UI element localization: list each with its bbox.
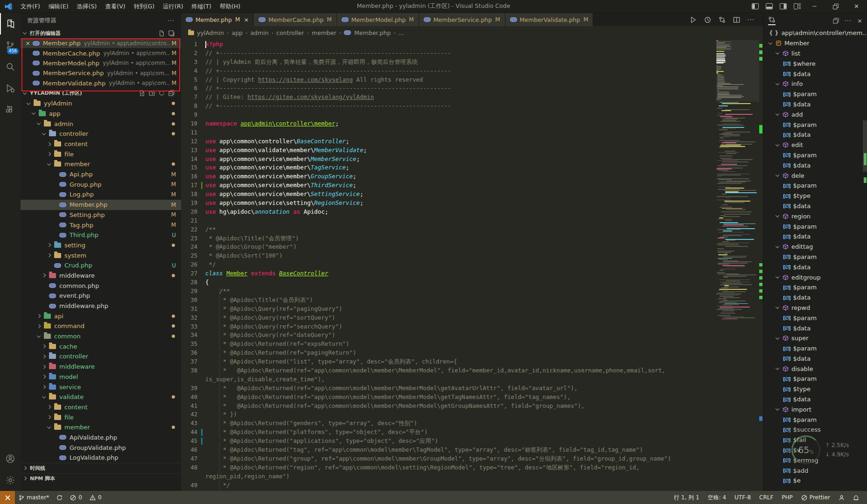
outline-item-$data[interactable]: [∅]$data [763,262,867,272]
outline-item-$data[interactable]: [∅]$data [763,231,867,242]
tree-item-cache[interactable]: cache [21,341,181,351]
outline-item-$param[interactable]: [∅]$param [763,252,867,262]
workspace-header[interactable]: YYLADMIN (工作区) [21,88,181,98]
outline-item-region[interactable]: region [763,211,867,221]
menu-item-F[interactable]: 文件(F) [16,0,44,13]
tree-item-validate[interactable]: validate [21,392,181,402]
restore-button[interactable] [825,0,846,13]
outline-item-$param[interactable]: [∅]$param [763,119,867,130]
outline-item-edit[interactable]: edit [763,140,867,150]
tree-item-Api.php[interactable]: Api.phpM [21,169,181,180]
tab-MemberValidate.php[interactable]: MemberValidate.phpM [505,13,594,26]
outline-item-$param[interactable]: [∅]$param [763,282,867,293]
tree-item-Member.php[interactable]: Member.phpM [21,200,181,210]
status-person[interactable] [834,491,849,504]
search-icon[interactable] [0,56,21,77]
new-untitled-file-icon[interactable] [159,30,165,36]
status-Prettier[interactable]: Prettier [797,491,834,504]
outline-item-$param[interactable]: [∅]$param [763,313,867,323]
account-icon[interactable] [0,448,21,469]
status-UTF8[interactable]: UTF-8 [730,491,755,504]
outline-item-$param[interactable]: [∅]$param [763,89,867,99]
close-tab-icon[interactable]: × [244,16,249,23]
menu-item-R[interactable]: 运行(R) [159,0,187,13]
tree-item-GroupValidate.php[interactable]: GroupValidate.php [21,442,181,453]
tree-item-middleware.php[interactable]: middleware.php [21,301,181,311]
tree-item-controller[interactable]: controller [21,129,181,139]
tree-item-Log.php[interactable]: Log.phpM [21,189,181,200]
outline-item-$data[interactable]: [∅]$data [763,354,867,364]
open-changes-icon[interactable] [719,16,726,23]
outline-item-$param[interactable]: [∅]$param [763,221,867,231]
outline-item-$data[interactable]: [∅]$data [763,99,867,110]
outline-item-editgroup[interactable]: editgroup [763,272,867,282]
tree-item-Tag.php[interactable]: Tag.phpM [21,220,181,230]
outline-item-disable[interactable]: disable [763,364,867,374]
outline-item-$where[interactable]: [∅]$where [763,58,867,69]
tree-item-middleware[interactable]: middleware [21,271,181,281]
timeline-history-icon[interactable] [704,16,711,23]
tree-item-file[interactable]: file [21,149,181,159]
toggle-sidebar-icon[interactable] [748,0,762,13]
outline-item-appadmincontrollermem[interactable]: { }app\admin\controller\mem... [763,28,867,38]
menu-item-T[interactable]: 终端(T) [188,0,216,13]
menu-item-V[interactable]: 查看(V) [101,0,129,13]
outline-item-repwd[interactable]: repwd [763,303,867,313]
tree-item-admin[interactable]: admin [21,119,181,129]
tree-item-ApiValidate.php[interactable]: ApiValidate.php [21,433,181,443]
tab-MemberCache.php[interactable]: MemberCache.phpM [254,13,336,26]
breadcrumb-item[interactable]: Member.php [344,29,391,36]
tree-item-common.php[interactable]: common.php [21,280,181,291]
outline-item-edittag[interactable]: edittag [763,242,867,252]
outline-item-$type[interactable]: [∅]$type [763,384,867,394]
settings-gear-icon[interactable] [0,469,21,491]
tree-item-command[interactable]: command [21,321,181,331]
outline-item-dele[interactable]: dele [763,170,867,181]
new-file-icon[interactable] [139,90,145,96]
breadcrumb-item[interactable]: app [232,29,243,36]
tree-item-content[interactable]: content [21,139,181,149]
tree-item-controller[interactable]: controller [21,351,181,362]
minimap[interactable] [716,40,757,339]
open-editor-item[interactable]: ×Member.phpyylAdmin • app\admin\contro..… [21,38,181,48]
outline-item-$type[interactable]: [∅]$type [763,191,867,201]
save-all-icon[interactable] [168,30,175,36]
open-editors-new-group-icon[interactable] [833,18,839,24]
explorer-icon[interactable] [0,13,21,35]
tree-item-app[interactable]: app [21,109,181,119]
outline-item-$data[interactable]: [∅]$data [763,69,867,79]
outline-item-$data[interactable]: [∅]$data [763,293,867,303]
section-时间线[interactable]: 时间线 [21,463,181,473]
tree-item-content[interactable]: content [21,402,181,413]
status-branch[interactable]: master* [15,491,53,504]
customize-layout-icon[interactable] [790,0,804,13]
open-editor-item[interactable]: MemberService.phpyylAdmin • app\com...M [21,68,181,78]
close-window-button[interactable]: ✕ [846,0,867,13]
close-outline-icon[interactable]: × [857,17,862,24]
toggle-secondary-sidebar-icon[interactable] [776,0,790,13]
toggle-panel-icon[interactable] [762,0,776,13]
outline-more-actions-icon[interactable]: ··· [845,17,852,24]
tree-item-service[interactable]: service [21,382,181,392]
tree-item-model[interactable]: model [21,372,181,382]
open-editor-item[interactable]: MemberModel.phpyylAdmin • app\comm...M [21,58,181,68]
extensions-icon[interactable] [0,99,21,120]
new-folder-icon[interactable] [149,90,155,96]
menu-item-S[interactable]: 选择(S) [73,0,101,13]
run-php-icon[interactable] [690,16,697,23]
refresh-icon[interactable] [159,90,165,96]
outline-item-$e[interactable]: [∅]$e [763,476,867,486]
code-editor[interactable]: 1<?php2// +-----------------------------… [181,40,763,491]
breadcrumb-item[interactable]: yylAdmin [188,29,224,36]
section-NPM 脚本[interactable]: NPM 脚本 [21,473,181,483]
outline-item-import[interactable]: import [763,404,867,414]
status-warn[interactable]: 0 [86,491,105,504]
tree-item-yylAdmin[interactable]: yylAdmin [21,98,181,109]
outline-item-$param[interactable]: [∅]$param [763,374,867,384]
breadcrumb-item[interactable]: admin [250,29,268,36]
tab-MemberModel.php[interactable]: MemberModel.phpM [337,13,419,26]
tab-MemberService.php[interactable]: MemberService.phpM [419,13,505,26]
tree-item-system[interactable]: system [21,250,181,260]
outline-item-$data[interactable]: [∅]$data [763,394,867,405]
tree-item-Setting.php[interactable]: Setting.phpM [21,210,181,220]
